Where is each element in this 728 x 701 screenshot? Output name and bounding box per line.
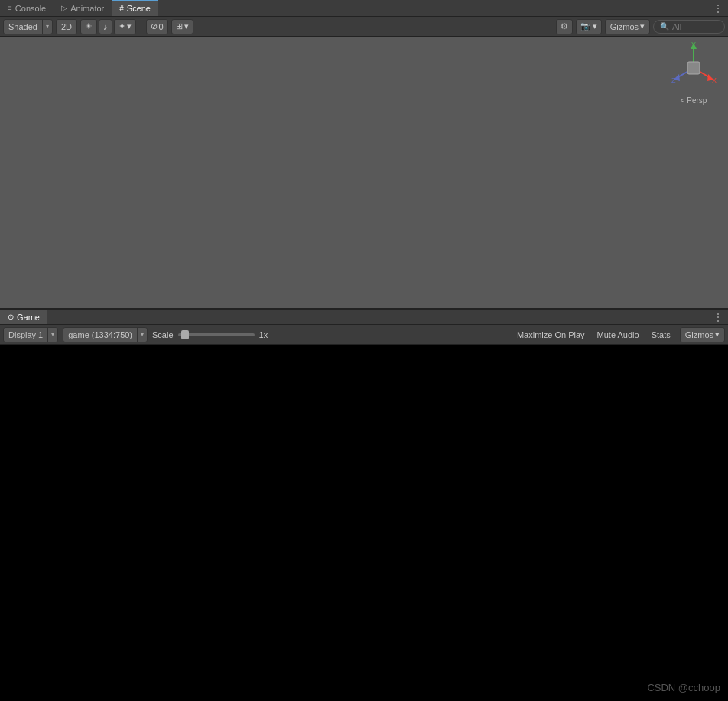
fx-chevron-icon: ▾ <box>127 21 132 31</box>
stats-button[interactable]: Stats <box>648 329 674 341</box>
scene-toolbar-right: ⚙ 📷 ▾ Gizmos ▾ 🔍 <box>556 19 725 34</box>
tab-animator[interactable]: ▷ Animator <box>54 0 112 16</box>
hidden-toggle-button[interactable]: ⊘ 0 <box>146 19 168 34</box>
scale-group: Scale 1x <box>152 330 273 339</box>
resolution-chevron-icon: ▾ <box>137 328 147 342</box>
maximize-on-play-button[interactable]: Maximize On Play <box>514 329 588 341</box>
gizmos-chevron-icon: ▾ <box>640 21 645 31</box>
light-toggle-button[interactable]: ☀ <box>80 19 97 34</box>
tab-console-label: Console <box>15 4 46 13</box>
hidden-icon: ⊘ <box>151 21 158 31</box>
tab-more-button[interactable]: ⋮ <box>713 2 723 15</box>
mute-audio-button[interactable]: Mute Audio <box>594 329 642 341</box>
watermark-text: CSDN @cchoop <box>647 682 720 693</box>
tab-scene[interactable]: # Scene <box>112 0 158 16</box>
scene-viewport: X Y Z < Persp <box>0 37 728 308</box>
game-section: CSDN @cchoop <box>0 345 728 701</box>
tab-animator-label: Animator <box>70 4 104 13</box>
grid-icon: ⊞ <box>176 21 183 31</box>
scene-gizmos-button[interactable]: Gizmos ▾ <box>605 19 650 34</box>
tab-game-label: Game <box>17 313 40 322</box>
scene-section: X Y Z < Persp <box>0 37 728 308</box>
grid-toggle-button[interactable]: ⊞ ▾ <box>171 19 193 34</box>
scene-camera-button[interactable]: 📷 ▾ <box>576 19 602 34</box>
game-gizmos-label: Gizmos <box>685 330 713 339</box>
settings-icon: ⚙ <box>561 21 568 31</box>
persp-label: < Persp <box>681 96 707 105</box>
svg-text:Y: Y <box>691 41 696 48</box>
persp-gizmo: X Y Z < Persp <box>667 41 720 106</box>
separator-1 <box>141 21 141 33</box>
scale-thumb <box>181 330 189 339</box>
camera-icon: 📷 <box>580 21 591 31</box>
twod-label: 2D <box>61 22 72 31</box>
game-tab-more-button[interactable]: ⋮ <box>713 311 723 323</box>
game-tab-bar: ⊙ Game ⋮ <box>0 308 728 325</box>
display-chevron-icon: ▾ <box>47 328 57 342</box>
scale-value: 1x <box>259 330 273 339</box>
svg-rect-6 <box>687 62 700 74</box>
display-label: Display 1 <box>4 330 47 339</box>
scene-toolbar: Shaded ▾ 2D ☀ ♪ ✦ ▾ ⊘ 0 ⊞ ▾ <box>0 17 728 37</box>
tab-game[interactable]: ⊙ Game <box>0 310 47 324</box>
game-toolbar-right: Maximize On Play Mute Audio Stats Gizmos… <box>514 327 725 342</box>
fx-toggle-button[interactable]: ✦ ▾ <box>114 19 136 34</box>
scene-icon: # <box>119 5 124 13</box>
tab-console[interactable]: ≡ Console <box>0 0 54 16</box>
game-toolbar: Display 1 ▾ game (1334:750) ▾ Scale 1x M… <box>0 325 728 345</box>
scene-settings-button[interactable]: ⚙ <box>556 19 573 34</box>
game-gizmos-chevron-icon: ▾ <box>715 329 720 339</box>
scale-label: Scale <box>152 330 174 339</box>
resolution-label: game (1334:750) <box>63 330 137 339</box>
game-icon: ⊙ <box>8 313 14 321</box>
hidden-label: 0 <box>159 22 164 31</box>
scene-gizmos-label: Gizmos <box>610 22 639 31</box>
audio-icon: ♪ <box>103 22 108 31</box>
console-icon: ≡ <box>8 4 12 12</box>
scene-controls-group: ☀ ♪ ✦ ▾ <box>80 19 136 34</box>
tab-scene-label: Scene <box>127 4 151 13</box>
display-dropdown[interactable]: Display 1 ▾ <box>3 327 58 342</box>
grid-chevron-icon: ▾ <box>184 21 189 31</box>
search-icon: 🔍 <box>660 22 669 31</box>
twod-button[interactable]: 2D <box>56 19 77 34</box>
svg-text:X: X <box>712 76 717 84</box>
resolution-dropdown[interactable]: game (1334:750) ▾ <box>63 327 148 342</box>
scene-search-box[interactable]: 🔍 <box>653 20 725 34</box>
light-icon: ☀ <box>85 21 93 31</box>
gizmo-cube-svg: X Y Z <box>671 41 717 95</box>
scene-tab-bar: ≡ Console ▷ Animator # Scene ⋮ <box>0 0 728 17</box>
shaded-label: Shaded <box>4 22 42 31</box>
game-viewport: CSDN @cchoop <box>0 345 728 701</box>
game-gizmos-button[interactable]: Gizmos ▾ <box>680 327 725 342</box>
camera-chevron-icon: ▾ <box>593 21 597 31</box>
shaded-dropdown[interactable]: Shaded ▾ <box>3 19 53 34</box>
audio-toggle-button[interactable]: ♪ <box>99 19 112 34</box>
shaded-chevron-icon: ▾ <box>42 20 52 34</box>
animator-icon: ▷ <box>61 4 67 12</box>
svg-text:Z: Z <box>671 76 676 84</box>
fx-icon: ✦ <box>119 21 125 31</box>
scale-slider[interactable] <box>178 333 255 336</box>
main-container: ≡ Console ▷ Animator # Scene ⋮ Shaded ▾ … <box>0 0 728 701</box>
scene-search-input[interactable] <box>672 22 718 31</box>
